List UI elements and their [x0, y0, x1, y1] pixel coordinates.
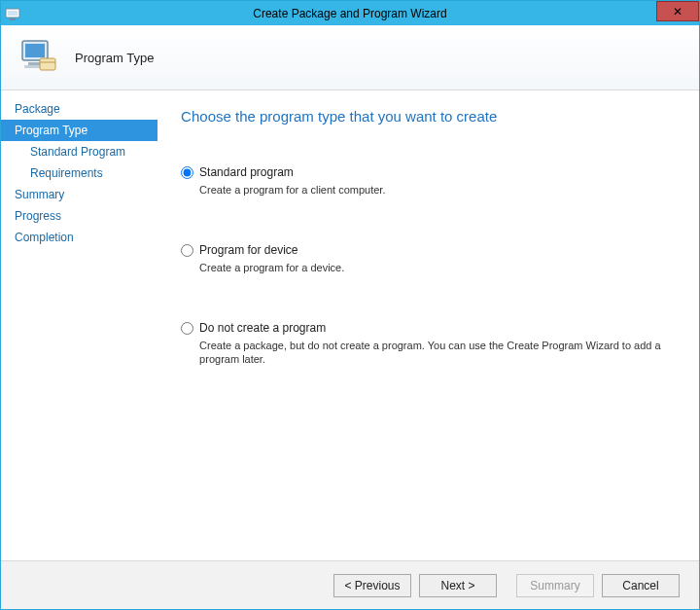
- wizard-body: PackageProgram TypeStandard ProgramRequi…: [1, 90, 699, 560]
- window-title: Create Package and Program Wizard: [1, 7, 699, 20]
- wizard-content: Choose the program type that you want to…: [158, 90, 699, 560]
- program-type-options: Standard programCreate a program for a c…: [181, 165, 678, 366]
- wizard-banner: Program Type: [1, 25, 699, 90]
- radio-device[interactable]: [181, 244, 193, 257]
- option-label: Do not create a program: [199, 321, 326, 335]
- radio-none[interactable]: [181, 322, 193, 335]
- option-label: Standard program: [199, 165, 294, 179]
- svg-rect-2: [10, 18, 16, 20]
- option-description: Create a package, but do not create a pr…: [199, 339, 678, 366]
- option-row-none[interactable]: Do not create a program: [181, 321, 678, 335]
- option-none: Do not create a programCreate a package,…: [181, 321, 678, 366]
- option-standard: Standard programCreate a program for a c…: [181, 165, 678, 197]
- app-icon: [5, 6, 20, 21]
- option-label: Program for device: [199, 243, 298, 257]
- computer-icon: [18, 37, 59, 78]
- wizard-footer: < Previous Next > Summary Cancel: [1, 560, 699, 609]
- summary-button[interactable]: Summary: [516, 574, 594, 597]
- radio-standard[interactable]: [181, 166, 193, 179]
- sidebar-item-requirements[interactable]: Requirements: [1, 162, 158, 184]
- next-button[interactable]: Next >: [419, 574, 497, 597]
- previous-button[interactable]: < Previous: [333, 574, 411, 597]
- sidebar-item-progress[interactable]: Progress: [1, 205, 158, 227]
- sidebar-item-label: Requirements: [30, 166, 103, 180]
- option-device: Program for deviceCreate a program for a…: [181, 243, 678, 274]
- sidebar-item-label: Package: [15, 102, 60, 116]
- sidebar-item-label: Program Type: [15, 124, 88, 137]
- sidebar-item-label: Summary: [15, 188, 64, 201]
- sidebar-item-standard-program[interactable]: Standard Program: [1, 141, 158, 162]
- sidebar-item-package[interactable]: Package: [1, 98, 158, 120]
- svg-rect-1: [8, 11, 18, 16]
- cancel-button[interactable]: Cancel: [602, 574, 680, 597]
- banner-title: Program Type: [75, 51, 154, 65]
- title-bar: Create Package and Program Wizard ✕: [1, 1, 699, 25]
- sidebar-item-program-type[interactable]: Program Type: [1, 120, 158, 141]
- sidebar-item-label: Progress: [15, 209, 61, 223]
- option-description: Create a program for a client computer.: [199, 183, 678, 197]
- close-icon: ✕: [673, 5, 682, 18]
- close-button[interactable]: ✕: [656, 1, 699, 21]
- wizard-sidebar: PackageProgram TypeStandard ProgramRequi…: [1, 90, 158, 560]
- svg-rect-7: [40, 58, 55, 70]
- sidebar-item-label: Completion: [15, 231, 74, 244]
- sidebar-item-label: Standard Program: [30, 145, 125, 159]
- sidebar-item-summary[interactable]: Summary: [1, 184, 158, 205]
- svg-rect-4: [25, 44, 45, 57]
- sidebar-item-completion[interactable]: Completion: [1, 227, 158, 248]
- option-row-standard[interactable]: Standard program: [181, 165, 678, 179]
- option-description: Create a program for a device.: [199, 261, 678, 274]
- wizard-window: Create Package and Program Wizard ✕ Prog…: [0, 0, 700, 610]
- content-heading: Choose the program type that you want to…: [181, 108, 678, 125]
- option-row-device[interactable]: Program for device: [181, 243, 678, 257]
